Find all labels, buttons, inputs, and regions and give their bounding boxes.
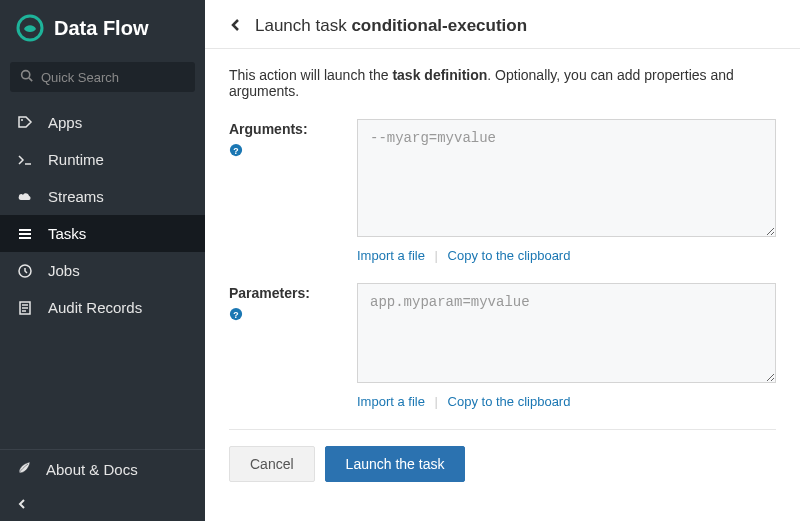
sidebar: Data Flow Apps Runtime Streams xyxy=(0,0,205,521)
sidebar-nav: Apps Runtime Streams Tasks Jobs xyxy=(0,104,205,449)
sidebar-footer: About & Docs xyxy=(0,449,205,521)
parameters-label: Parameters: xyxy=(229,285,339,301)
cancel-button[interactable]: Cancel xyxy=(229,446,315,482)
cloud-icon xyxy=(16,189,34,205)
sidebar-item-streams[interactable]: Streams xyxy=(0,178,205,215)
parameters-copy-link[interactable]: Copy to the clipboard xyxy=(448,394,571,409)
sidebar-item-label: Apps xyxy=(48,114,82,131)
content: This action will launch the task definit… xyxy=(205,49,800,500)
svg-rect-6 xyxy=(19,237,31,239)
brand-logo-icon xyxy=(16,14,44,42)
document-icon xyxy=(16,300,34,316)
sidebar-item-audit-records[interactable]: Audit Records xyxy=(0,289,205,326)
terminal-icon xyxy=(16,152,34,168)
page-title: Launch task conditional-execution xyxy=(255,16,527,36)
arguments-textarea[interactable] xyxy=(357,119,776,237)
launch-button[interactable]: Launch the task xyxy=(325,446,466,482)
svg-line-2 xyxy=(29,78,32,81)
help-icon[interactable]: ? xyxy=(229,307,243,324)
intro-bold: task definition xyxy=(392,67,487,83)
arguments-label: Arguments: xyxy=(229,121,339,137)
brand: Data Flow xyxy=(0,0,205,56)
page-header: Launch task conditional-execution xyxy=(205,0,800,49)
svg-point-1 xyxy=(22,71,30,79)
tag-icon xyxy=(16,115,34,131)
actions-bar: Cancel Launch the task xyxy=(229,429,776,482)
svg-rect-4 xyxy=(19,229,31,231)
intro-pre: This action will launch the xyxy=(229,67,392,83)
page-title-prefix: Launch task xyxy=(255,16,351,35)
back-button[interactable] xyxy=(229,18,243,35)
list-icon xyxy=(16,226,34,242)
sidebar-footer-label: About & Docs xyxy=(46,461,138,478)
chevron-left-icon xyxy=(16,497,28,513)
brand-title: Data Flow xyxy=(54,17,148,40)
main: Launch task conditional-execution This a… xyxy=(205,0,800,521)
parameters-import-link[interactable]: Import a file xyxy=(357,394,425,409)
sidebar-item-label: Tasks xyxy=(48,225,86,242)
search-box[interactable] xyxy=(10,62,195,92)
sidebar-item-runtime[interactable]: Runtime xyxy=(0,141,205,178)
parameters-textarea[interactable] xyxy=(357,283,776,383)
sidebar-item-about-docs[interactable]: About & Docs xyxy=(0,450,205,489)
arguments-links: Import a file | Copy to the clipboard xyxy=(357,248,776,263)
clock-icon xyxy=(16,263,34,279)
arguments-copy-link[interactable]: Copy to the clipboard xyxy=(448,248,571,263)
separator: | xyxy=(435,394,438,409)
sidebar-collapse-toggle[interactable] xyxy=(0,489,205,521)
svg-rect-5 xyxy=(19,233,31,235)
arguments-import-link[interactable]: Import a file xyxy=(357,248,425,263)
help-icon[interactable]: ? xyxy=(229,143,243,160)
separator: | xyxy=(435,248,438,263)
search-icon xyxy=(20,69,33,85)
sidebar-item-apps[interactable]: Apps xyxy=(0,104,205,141)
search-input[interactable] xyxy=(41,70,209,85)
sidebar-item-label: Streams xyxy=(48,188,104,205)
intro-text: This action will launch the task definit… xyxy=(229,67,776,99)
parameters-field: Parameters: ? Import a file | Copy to th… xyxy=(229,283,776,409)
sidebar-item-tasks[interactable]: Tasks xyxy=(0,215,205,252)
svg-text:?: ? xyxy=(233,310,238,320)
arguments-field: Arguments: ? Import a file | Copy to the… xyxy=(229,119,776,263)
sidebar-item-label: Audit Records xyxy=(48,299,142,316)
sidebar-item-jobs[interactable]: Jobs xyxy=(0,252,205,289)
page-title-task-name: conditional-execution xyxy=(351,16,527,35)
parameters-links: Import a file | Copy to the clipboard xyxy=(357,394,776,409)
leaf-icon xyxy=(16,460,32,479)
svg-text:?: ? xyxy=(233,146,238,156)
sidebar-item-label: Runtime xyxy=(48,151,104,168)
svg-point-3 xyxy=(21,119,23,121)
sidebar-item-label: Jobs xyxy=(48,262,80,279)
